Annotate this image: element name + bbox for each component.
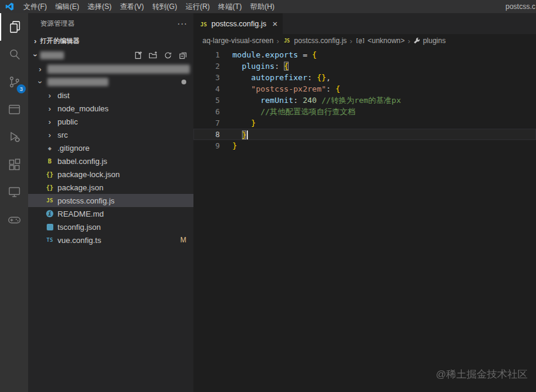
tree-item-label: README.md <box>57 209 104 218</box>
breadcrumb-label: postcss.config.js <box>294 37 347 45</box>
wrench-icon <box>413 37 420 44</box>
folder-src[interactable]: ›src <box>28 128 193 141</box>
redacted-project-name <box>40 51 64 59</box>
extensions-icon[interactable] <box>0 151 28 178</box>
code-line-4[interactable]: 4 "postcss-px2rem": { <box>193 83 536 95</box>
gamepad-icon[interactable] <box>0 206 28 233</box>
chevron-down-icon: › <box>31 50 40 60</box>
breadcrumbs: aq-large-visual-screen›JSpostcss.config.… <box>193 34 536 47</box>
git-modified-badge: M <box>180 236 186 244</box>
tree-item-label: tsconfig.json <box>57 223 101 232</box>
file-.gitignore[interactable]: ◆.gitignore <box>28 141 193 154</box>
vscode-logo <box>5 2 14 11</box>
redacted-folder-row-expanded[interactable]: › <box>28 75 193 89</box>
breadcrumb-item[interactable]: aq-large-visual-screen <box>202 37 274 45</box>
menu-bar: 文件(F)编辑(E)选择(S)查看(V)转到(G)运行(R)终端(T)帮助(H) <box>19 0 278 13</box>
file-package-lock.json[interactable]: {}package-lock.json <box>28 168 193 181</box>
file-babel.config.js[interactable]: Bbabel.config.js <box>28 154 193 168</box>
window-icon[interactable] <box>0 96 28 123</box>
tab-postcss-config-js[interactable]: JS postcss.config.js × <box>193 13 283 34</box>
text-cursor <box>247 130 248 139</box>
tab-bar: JS postcss.config.js × <box>193 13 536 34</box>
more-actions-icon[interactable]: ··· <box>177 19 187 28</box>
project-root-row[interactable]: › <box>28 48 193 62</box>
title-bar: 文件(F)编辑(E)选择(S)查看(V)转到(G)运行(R)终端(T)帮助(H)… <box>0 0 536 13</box>
open-editors-section[interactable]: › 打开的编辑器 <box>28 34 193 48</box>
menu-item-2[interactable]: 选择(S) <box>83 0 116 13</box>
new-file-icon[interactable] <box>134 51 143 60</box>
breadcrumb-item[interactable]: plugins <box>413 37 446 45</box>
tree-item-label: vue.config.ts <box>57 236 101 245</box>
code-text: //其他配置选项自行查文档 <box>232 106 356 117</box>
breadcrumb-separator: › <box>277 37 279 45</box>
tree-item-label: package-lock.json <box>57 170 120 179</box>
chevron-right-icon: › <box>45 91 54 100</box>
menu-item-1[interactable]: 编辑(E) <box>51 0 83 13</box>
window-title: postcss.c <box>505 0 535 13</box>
line-number: 4 <box>193 83 220 95</box>
file-vue.config.ts[interactable]: TSvue.config.tsM <box>28 233 193 247</box>
explorer-toolbar <box>134 51 187 60</box>
chevron-right-icon: › <box>35 65 45 74</box>
code-text: autoprefixer: {}, <box>232 72 331 83</box>
tsconfig-icon <box>45 224 54 230</box>
breadcrumb-separator: › <box>408 37 410 45</box>
breadcrumb-separator: › <box>350 37 352 45</box>
vscode-window: 文件(F)编辑(E)选择(S)查看(V)转到(G)运行(R)终端(T)帮助(H)… <box>0 0 536 392</box>
breadcrumb-item[interactable]: [@]<unknown> <box>355 37 404 45</box>
line-number: 9 <box>193 140 220 151</box>
source-control-icon[interactable]: 3 <box>0 68 28 96</box>
line-number: 1 <box>193 49 220 60</box>
file-README.md[interactable]: iREADME.md <box>28 207 193 220</box>
menu-item-6[interactable]: 终端(T) <box>214 0 246 13</box>
watermark: @稀土掘金技术社区 <box>436 367 528 381</box>
tab-label: postcss.config.js <box>211 20 267 28</box>
code-area[interactable]: 1module.exports = {2 plugins: {3 autopre… <box>193 47 536 151</box>
folder-node_modules[interactable]: ›node_modules <box>28 102 193 115</box>
file-package.json[interactable]: {}package.json <box>28 181 193 194</box>
file-postcss.config.js[interactable]: JSpostcss.config.js <box>28 194 193 207</box>
menu-item-7[interactable]: 帮助(H) <box>246 0 279 13</box>
code-text: plugins: { <box>232 60 289 72</box>
file-tree: ›dist›node_modules›public›src◆.gitignore… <box>28 89 193 247</box>
code-line-5[interactable]: 5 remUnit: 240 //转换为rem的基准px <box>193 95 536 106</box>
new-folder-icon[interactable] <box>149 51 158 60</box>
menu-item-4[interactable]: 转到(G) <box>148 0 181 13</box>
code-line-9[interactable]: 9} <box>193 140 536 151</box>
redacted-content <box>47 78 108 86</box>
readme-info-icon: i <box>46 210 53 217</box>
code-line-2[interactable]: 2 plugins: { <box>193 60 536 72</box>
tree-item-label: babel.config.js <box>57 157 107 166</box>
folder-dist[interactable]: ›dist <box>28 89 193 102</box>
tree-item-label: .gitignore <box>57 144 89 153</box>
chevron-right-icon: › <box>45 117 54 126</box>
remote-explorer-icon[interactable] <box>0 178 28 206</box>
folder-public[interactable]: ›public <box>28 115 193 128</box>
code-line-1[interactable]: 1module.exports = { <box>193 49 536 60</box>
explorer-icon[interactable] <box>0 13 28 41</box>
refresh-icon[interactable] <box>163 51 172 60</box>
activity-bar: 3 <box>0 13 28 392</box>
code-line-8[interactable]: 8 } <box>193 129 536 140</box>
tree-item-label: package.json <box>57 183 104 192</box>
menu-item-0[interactable]: 文件(F) <box>19 0 51 13</box>
breadcrumb-item[interactable]: JSpostcss.config.js <box>282 37 347 45</box>
menu-item-5[interactable]: 运行(R) <box>181 0 214 13</box>
close-icon[interactable]: × <box>272 19 278 28</box>
tree-item-label: dist <box>57 91 69 100</box>
redacted-folder-row[interactable]: › <box>28 62 193 75</box>
chevron-right-icon: › <box>31 37 40 45</box>
redacted-content <box>47 65 190 74</box>
code-line-7[interactable]: 7 } <box>193 117 536 129</box>
code-line-3[interactable]: 3 autoprefixer: {}, <box>193 72 536 83</box>
code-text: module.exports = { <box>232 49 317 60</box>
tree-item-label: src <box>57 130 68 139</box>
code-text: "postcss-px2rem": { <box>232 83 340 95</box>
collapse-all-icon[interactable] <box>178 51 187 60</box>
run-debug-icon[interactable] <box>0 123 28 151</box>
search-icon[interactable] <box>0 41 28 68</box>
menu-item-3[interactable]: 查看(V) <box>116 0 148 13</box>
file-tsconfig.json[interactable]: tsconfig.json <box>28 220 193 233</box>
code-line-6[interactable]: 6 //其他配置选项自行查文档 <box>193 106 536 117</box>
explorer-sidebar: 资源管理器 ··· › 打开的编辑器 › › › ›dist›no <box>28 13 193 392</box>
